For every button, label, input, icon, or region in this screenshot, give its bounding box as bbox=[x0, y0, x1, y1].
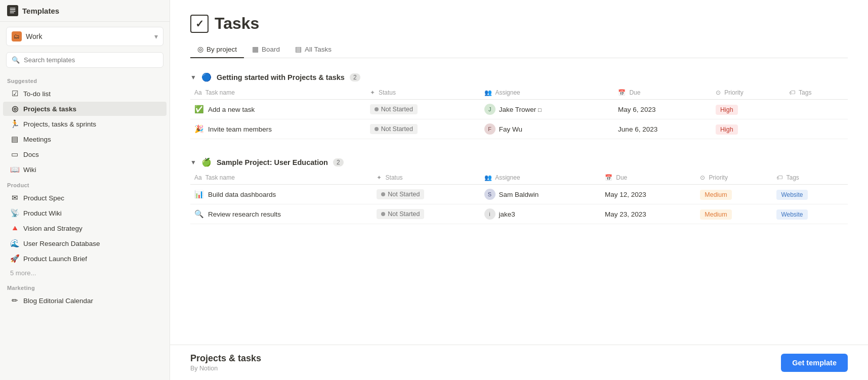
col-status: ✦ Status bbox=[373, 171, 480, 185]
sidebar-item-projects-tasks-sprints[interactable]: 🏃 Projects, tasks & sprints bbox=[3, 117, 167, 131]
sidebar-item-label: Meetings bbox=[23, 136, 51, 143]
sidebar-item-label: Vision and Strategy bbox=[23, 225, 82, 232]
sidebar-item-vision-strategy[interactable]: 🔺 Vision and Strategy bbox=[3, 221, 167, 235]
section-label-marketing: Marketing bbox=[0, 280, 170, 293]
sidebar-item-label: Blog Editorial Calendar bbox=[23, 297, 93, 305]
sidebar-item-todo[interactable]: ☑ To-do list bbox=[3, 87, 167, 101]
assignee-name: Fay Wu bbox=[499, 125, 522, 133]
status-dot bbox=[375, 107, 379, 111]
tab-all-tasks-icon: ▤ bbox=[295, 45, 302, 53]
table-row: 🎉 Invite team members Not Started bbox=[190, 119, 848, 139]
avatar: J bbox=[484, 104, 495, 115]
group-header-sample[interactable]: ▼ 🍏 Sample Project: User Education 2 bbox=[190, 153, 848, 171]
table-row: 📊 Build data dashboards Not Started bbox=[190, 185, 848, 204]
get-template-button[interactable]: Get template bbox=[781, 354, 848, 372]
col-assignee: 👥 Assignee bbox=[480, 171, 601, 185]
sidebar-item-label: Product Wiki bbox=[23, 209, 62, 217]
status-text: Not Started bbox=[381, 106, 413, 113]
tab-all-tasks[interactable]: ▤ All Tasks bbox=[288, 41, 339, 58]
page-title-row: ✓ Tasks bbox=[190, 14, 848, 33]
col-task-name: Aa Task name bbox=[190, 86, 366, 100]
page-title: Tasks bbox=[215, 14, 259, 33]
main-header: ✓ Tasks ◎ By project ▦ Board ▤ All Tasks bbox=[170, 0, 868, 58]
col-assignee: 👥 Assignee bbox=[480, 86, 614, 100]
task-priority-cell: High bbox=[712, 119, 785, 139]
group-emoji-1: 🔵 bbox=[201, 72, 212, 82]
sidebar-item-label: Wiki bbox=[23, 166, 36, 174]
sidebar-more-items[interactable]: 5 more... bbox=[3, 267, 167, 279]
sidebar-item-label: User Research Database bbox=[23, 240, 100, 247]
tab-by-project[interactable]: ◎ By project bbox=[190, 41, 244, 58]
main-content: ✓ Tasks ◎ By project ▦ Board ▤ All Tasks… bbox=[170, 0, 868, 380]
task-icon: 🔍 bbox=[194, 209, 204, 219]
search-box[interactable]: 🔍 bbox=[6, 52, 163, 68]
section-label-product: Product bbox=[0, 177, 170, 190]
work-dropdown[interactable]: 🗂 Work ▾ bbox=[6, 27, 163, 46]
col-status: ✦ Status bbox=[366, 86, 480, 100]
task-table-1: Aa Task name ✦ Status 👥 Assignee 📅 Due ⊙… bbox=[190, 86, 848, 139]
task-tags-cell bbox=[785, 100, 848, 119]
todo-icon: ☑ bbox=[10, 89, 19, 98]
status-dot bbox=[375, 127, 379, 131]
sidebar: Templates 🗂 Work ▾ 🔍 Suggested ☑ To-do l… bbox=[0, 0, 170, 380]
table-header-row: Aa Task name ✦ Status 👥 Assignee 📅 Due ⊙… bbox=[190, 86, 848, 100]
task-icon: 📊 bbox=[194, 190, 204, 199]
sidebar-item-label: Docs bbox=[23, 151, 39, 158]
sidebar-item-wiki[interactable]: 📖 Wiki bbox=[3, 162, 167, 177]
task-name-text: Build data dashboards bbox=[208, 191, 276, 198]
bottom-title: Projects & tasks bbox=[190, 353, 261, 364]
task-status-cell: Not Started bbox=[373, 204, 480, 224]
work-icon: 🗂 bbox=[12, 31, 22, 41]
chevron-down-icon: ▾ bbox=[154, 32, 158, 40]
tab-board[interactable]: ▦ Board bbox=[245, 41, 287, 58]
task-due-cell: May 23, 2023 bbox=[601, 204, 696, 224]
tab-all-tasks-label: All Tasks bbox=[305, 46, 332, 53]
col-task-name: Aa Task name bbox=[190, 171, 373, 185]
sidebar-item-label: Product Spec bbox=[23, 194, 64, 202]
col-tags: 🏷 Tags bbox=[772, 171, 848, 185]
group-emoji-2: 🍏 bbox=[201, 157, 212, 167]
sidebar-item-label: Projects, tasks & sprints bbox=[23, 120, 96, 128]
tabs-row: ◎ By project ▦ Board ▤ All Tasks bbox=[190, 41, 848, 58]
sprints-icon: 🏃 bbox=[10, 119, 19, 129]
task-checkmark-icon: ✓ bbox=[195, 18, 204, 30]
sidebar-item-meetings[interactable]: ▤ Meetings bbox=[3, 132, 167, 146]
assignee-name: Sam Baldwin bbox=[499, 191, 539, 198]
sidebar-item-user-research[interactable]: 🌊 User Research Database bbox=[3, 236, 167, 250]
task-assignee-cell: i jake3 bbox=[480, 204, 601, 224]
task-checkbox-icon: ✅ bbox=[194, 105, 204, 114]
product-launch-icon: 🚀 bbox=[10, 254, 19, 263]
section-label-suggested: Suggested bbox=[0, 73, 170, 86]
group-name-2: Sample Project: User Education bbox=[217, 158, 328, 166]
search-input[interactable] bbox=[24, 56, 158, 64]
group-header-getting-started[interactable]: ▼ 🔵 Getting started with Projects & task… bbox=[190, 68, 848, 86]
status-dot bbox=[381, 212, 385, 216]
task-assignee-cell: S Sam Baldwin bbox=[480, 185, 601, 204]
sidebar-item-product-spec[interactable]: ✉ Product Spec bbox=[3, 191, 167, 205]
table-row: 🔍 Review research results Not Started bbox=[190, 204, 848, 224]
vision-icon: 🔺 bbox=[10, 224, 19, 233]
assignee-name: Jake Trower □ bbox=[499, 106, 542, 113]
product-spec-icon: ✉ bbox=[10, 193, 19, 202]
sidebar-item-blog-editorial[interactable]: ✏ Blog Editorial Calendar bbox=[3, 293, 167, 308]
task-status-cell: Not Started bbox=[366, 119, 480, 139]
status-text: Not Started bbox=[388, 210, 420, 218]
tag-badge: Website bbox=[776, 209, 807, 220]
sidebar-item-label: To-do list bbox=[23, 90, 51, 98]
task-assignee-cell: J Jake Trower □ bbox=[480, 100, 614, 119]
group-count-2: 2 bbox=[333, 158, 344, 166]
sidebar-item-docs[interactable]: ▭ Docs bbox=[3, 147, 167, 161]
task-status-cell: Not Started bbox=[373, 185, 480, 204]
bottom-subtitle: By Notion bbox=[190, 365, 261, 372]
sidebar-item-product-wiki[interactable]: 📡 Product Wiki bbox=[3, 206, 167, 220]
col-priority: ⊙ Priority bbox=[696, 171, 772, 185]
avatar: i bbox=[484, 208, 495, 220]
task-assignee-cell: F Fay Wu bbox=[480, 119, 614, 139]
content-area: ▼ 🔵 Getting started with Projects & task… bbox=[170, 58, 868, 345]
task-due-cell: May 12, 2023 bbox=[601, 185, 696, 204]
bottom-panel: Projects & tasks By Notion Get template bbox=[170, 345, 868, 380]
sidebar-item-product-launch[interactable]: 🚀 Product Launch Brief bbox=[3, 251, 167, 266]
tab-by-project-label: By project bbox=[206, 46, 237, 53]
sidebar-item-label: Product Launch Brief bbox=[23, 255, 87, 263]
sidebar-item-projects-tasks[interactable]: ◎ Projects & tasks bbox=[3, 102, 167, 116]
